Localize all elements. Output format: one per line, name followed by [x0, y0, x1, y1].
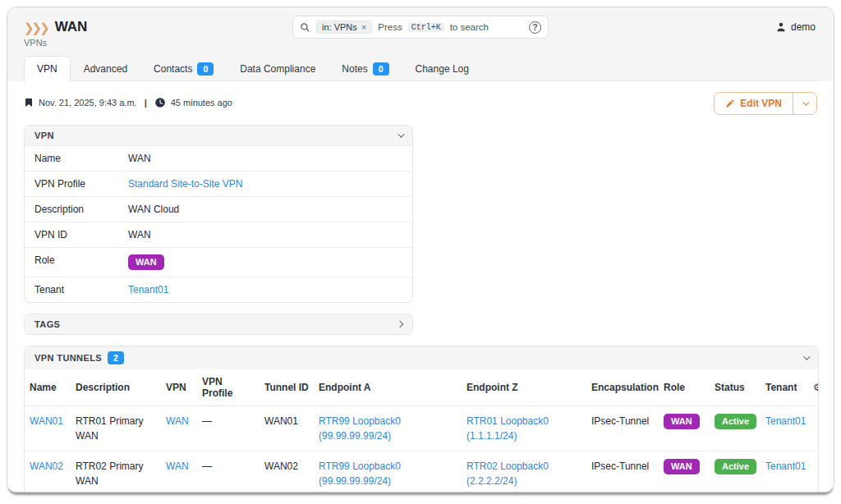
tunnel-role-badge[interactable]: WAN — [664, 414, 700, 429]
field-row-tenant: Tenant Tenant01 — [25, 277, 412, 302]
field-row-vpn-profile: VPN Profile Standard Site-to-Site VPN — [25, 171, 412, 196]
field-row-name: Name WAN — [25, 145, 412, 171]
endpoint-z-link[interactable]: RTR01 Loopback0(1.1.1.1/24) — [466, 415, 549, 442]
table-settings-gear-icon[interactable]: ⚙ — [808, 369, 819, 406]
search-icon — [300, 22, 310, 33]
tunnel-tenant-link[interactable]: Tenant01 — [765, 415, 806, 427]
vpn-tunnels-panel-header[interactable]: VPN TUNNELS 2 — [25, 346, 818, 369]
field-value-description: WAN Cloud — [123, 197, 184, 222]
col-endpoint-z[interactable]: Endpoint Z — [462, 369, 586, 406]
tunnel-id: WAN01 — [260, 406, 314, 451]
tab-bar: VPN Advanced Contacts0 Data Compliance N… — [24, 56, 817, 81]
notes-count-badge: 0 — [373, 62, 389, 76]
endpoint-z-link[interactable]: RTR02 Loopback0(2.2.2.2/24) — [466, 460, 549, 487]
field-row-vpn-id: VPN ID WAN — [25, 222, 412, 247]
tunnel-description: RTR01 Primary WAN — [71, 406, 161, 451]
field-value-vpn-id: WAN — [123, 222, 156, 247]
tunnel-id: WAN02 — [260, 451, 314, 492]
edit-vpn-button[interactable]: Edit VPN — [715, 93, 793, 114]
edit-vpn-split-button: Edit VPN — [714, 92, 817, 115]
tab-contacts[interactable]: Contacts0 — [140, 56, 227, 81]
col-description[interactable]: Description — [71, 369, 161, 406]
tab-content: Nov. 21, 2025, 9:43 a.m. | 45 minutes ag… — [7, 81, 834, 492]
field-row-role: Role WAN — [25, 247, 412, 277]
col-role[interactable]: Role — [659, 369, 710, 406]
chevron-down-icon — [803, 353, 810, 360]
tunnel-role-badge[interactable]: WAN — [664, 459, 700, 474]
app-header: ❯❯❯ WAN VPNs in: VPNs × Press Ctrl+K to … — [7, 7, 834, 81]
tags-panel-header[interactable]: TAGS — [25, 314, 412, 334]
meta-separator: | — [145, 98, 147, 108]
tunnel-vpn-profile: — — [197, 451, 260, 492]
chevron-down-icon — [398, 131, 404, 138]
tab-change-log[interactable]: Change Log — [402, 56, 482, 81]
vpn-tunnels-title: VPN TUNNELS — [34, 353, 102, 363]
tab-data-compliance[interactable]: Data Compliance — [227, 56, 329, 81]
field-row-description: Description WAN Cloud — [25, 196, 412, 222]
tunnel-name-link[interactable]: WAN01 — [30, 415, 63, 427]
tunnel-vpn-link[interactable]: WAN — [166, 415, 189, 427]
col-status[interactable]: Status — [710, 369, 761, 406]
tunnel-status-badge[interactable]: Active — [715, 414, 756, 429]
breadcrumb[interactable]: VPNs — [24, 38, 817, 48]
tenant-link[interactable]: Tenant01 — [128, 284, 168, 296]
clock-icon — [154, 97, 166, 108]
col-encapsulation[interactable]: Encapsulation — [586, 369, 659, 406]
tab-notes[interactable]: Notes0 — [329, 56, 402, 81]
search-scope-chip[interactable]: in: VPNs × — [316, 21, 372, 34]
tunnel-name-link[interactable]: WAN02 — [30, 460, 63, 472]
tab-vpn[interactable]: VPN — [24, 56, 71, 81]
tunnel-vpn-link[interactable]: WAN — [166, 460, 189, 472]
vpn-panel-title: VPN — [34, 131, 54, 140]
endpoint-a-link[interactable]: RTR99 Loopback0(99.99.99.99/24) — [319, 460, 401, 487]
tunnel-tenant-link[interactable]: Tenant01 — [765, 460, 806, 472]
endpoint-a-link[interactable]: RTR99 Loopback0(99.99.99.99/24) — [319, 415, 401, 442]
timestamp-group: Nov. 21, 2025, 9:43 a.m. | 45 minutes ag… — [24, 92, 232, 108]
help-icon[interactable]: ? — [529, 21, 541, 34]
tunnel-encapsulation: IPsec-Tunnel — [586, 406, 659, 451]
edit-vpn-dropdown-toggle[interactable] — [793, 93, 816, 114]
edit-vpn-label: Edit VPN — [740, 98, 782, 109]
brand-logo-icon[interactable]: ❯❯❯ — [24, 21, 48, 34]
search-scope-label: in: VPNs — [322, 22, 357, 32]
search-hint-suffix: to search — [450, 22, 489, 32]
created-timestamp: Nov. 21, 2025, 9:43 a.m. — [39, 98, 137, 108]
field-value-name: WAN — [123, 146, 156, 171]
tunnel-encapsulation: IPsec-Tunnel — [586, 451, 659, 492]
col-tunnel-id[interactable]: Tunnel ID — [260, 369, 314, 406]
page-title: WAN — [55, 19, 88, 35]
pencil-icon — [725, 99, 735, 108]
vpn-details-panel: VPN Name WAN VPN Profile Standard Site-t… — [24, 125, 413, 303]
tunnel-status-badge[interactable]: Active — [715, 459, 756, 474]
user-menu[interactable]: demo — [775, 21, 816, 33]
vpn-profile-link[interactable]: Standard Site-to-Site VPN — [128, 178, 242, 190]
col-endpoint-a[interactable]: Endpoint A — [314, 369, 462, 406]
tags-panel-title: TAGS — [34, 319, 60, 329]
username: demo — [791, 21, 816, 33]
tunnels-count-badge: 2 — [108, 351, 124, 364]
search-input[interactable]: in: VPNs × Press Ctrl+K to search ? — [292, 16, 549, 39]
tags-panel: TAGS — [24, 314, 413, 335]
app-window: ❯❯❯ WAN VPNs in: VPNs × Press Ctrl+K to … — [7, 7, 834, 493]
table-row: WAN01 RTR01 Primary WAN WAN — WAN01 RTR9… — [25, 406, 819, 451]
scope-chip-close-icon[interactable]: × — [361, 22, 366, 32]
col-vpn[interactable]: VPN — [161, 369, 197, 406]
col-name[interactable]: Name — [25, 369, 71, 406]
tunnel-vpn-profile: — — [197, 406, 260, 451]
user-icon — [775, 21, 787, 33]
tunnel-description: RTR02 Primary WAN — [71, 451, 161, 492]
vpn-panel-header[interactable]: VPN — [25, 126, 412, 145]
chevron-down-icon — [802, 99, 809, 106]
meta-row: Nov. 21, 2025, 9:43 a.m. | 45 minutes ag… — [24, 92, 817, 115]
table-header-row: Name Description VPN VPN Profile Tunnel … — [25, 369, 819, 406]
search-kbd-shortcut: Ctrl+K — [408, 23, 444, 32]
chevron-right-icon — [397, 321, 403, 328]
relative-time: 45 minutes ago — [171, 98, 232, 108]
table-row: WAN02 RTR02 Primary WAN WAN — WAN02 RTR9… — [25, 451, 819, 492]
bookmark-icon — [24, 97, 34, 108]
col-tenant[interactable]: Tenant — [761, 369, 808, 406]
tab-advanced[interactable]: Advanced — [71, 56, 140, 81]
vpn-tunnels-table: Name Description VPN VPN Profile Tunnel … — [25, 369, 819, 492]
col-vpn-profile[interactable]: VPN Profile — [197, 369, 260, 406]
role-badge[interactable]: WAN — [128, 254, 164, 270]
